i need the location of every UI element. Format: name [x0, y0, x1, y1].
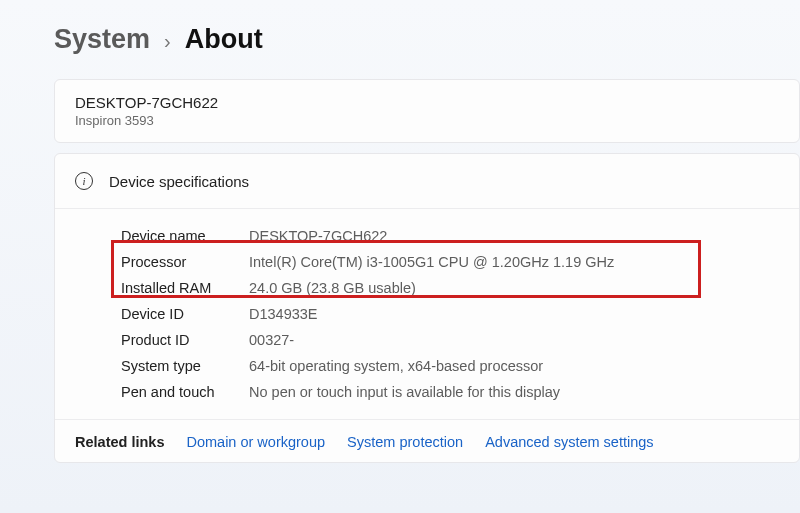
spec-row-ram: Installed RAM 24.0 GB (23.8 GB usable): [121, 275, 779, 301]
info-icon: i: [75, 172, 93, 190]
spec-label: Device name: [121, 228, 249, 244]
spec-value: 24.0 GB (23.8 GB usable): [249, 280, 416, 296]
device-specifications-header[interactable]: i Device specifications: [55, 172, 799, 209]
device-specifications-table: Device name DESKTOP-7GCH622 Processor In…: [55, 209, 799, 409]
spec-label: Processor: [121, 254, 249, 270]
breadcrumb-current: About: [185, 24, 263, 55]
spec-label: Pen and touch: [121, 384, 249, 400]
link-domain-or-workgroup[interactable]: Domain or workgroup: [186, 434, 325, 450]
breadcrumb-parent[interactable]: System: [54, 24, 150, 55]
device-specifications-card: i Device specifications Device name DESK…: [54, 153, 800, 463]
related-links-label: Related links: [75, 434, 164, 450]
related-links-row: Related links Domain or workgroup System…: [55, 419, 799, 450]
spec-label: Device ID: [121, 306, 249, 322]
spec-row-processor: Processor Intel(R) Core(TM) i3-1005G1 CP…: [121, 249, 779, 275]
spec-value: DESKTOP-7GCH622: [249, 228, 387, 244]
device-name: DESKTOP-7GCH622: [75, 94, 779, 111]
chevron-right-icon: ›: [164, 30, 171, 53]
spec-value: No pen or touch input is available for t…: [249, 384, 560, 400]
device-specifications-title: Device specifications: [109, 173, 249, 190]
spec-label: Product ID: [121, 332, 249, 348]
device-card[interactable]: DESKTOP-7GCH622 Inspiron 3593: [54, 79, 800, 143]
spec-row-pen-touch: Pen and touch No pen or touch input is a…: [121, 379, 779, 405]
spec-label: Installed RAM: [121, 280, 249, 296]
spec-value: 64-bit operating system, x64-based proce…: [249, 358, 543, 374]
spec-row-system-type: System type 64-bit operating system, x64…: [121, 353, 779, 379]
spec-row-device-id: Device ID D134933E: [121, 301, 779, 327]
spec-label: System type: [121, 358, 249, 374]
device-model: Inspiron 3593: [75, 113, 779, 128]
link-advanced-system-settings[interactable]: Advanced system settings: [485, 434, 653, 450]
spec-row-product-id: Product ID 00327-: [121, 327, 779, 353]
breadcrumb: System › About: [54, 24, 800, 55]
spec-row-device-name: Device name DESKTOP-7GCH622: [121, 223, 779, 249]
link-system-protection[interactable]: System protection: [347, 434, 463, 450]
spec-value: 00327-: [249, 332, 294, 348]
spec-value: Intel(R) Core(TM) i3-1005G1 CPU @ 1.20GH…: [249, 254, 614, 270]
spec-value: D134933E: [249, 306, 318, 322]
